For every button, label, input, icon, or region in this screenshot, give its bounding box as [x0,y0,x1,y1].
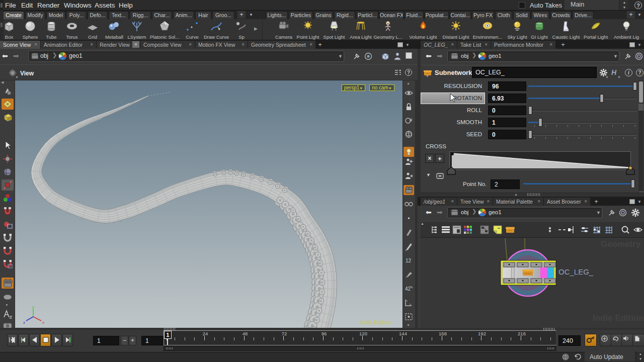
svg-text:z: z [23,320,25,325]
svg-text:y: y [32,306,34,309]
svg-text:12: 12 [406,258,412,263]
svg-text:42: 42 [405,286,411,292]
svg-text:x: x [42,320,44,325]
